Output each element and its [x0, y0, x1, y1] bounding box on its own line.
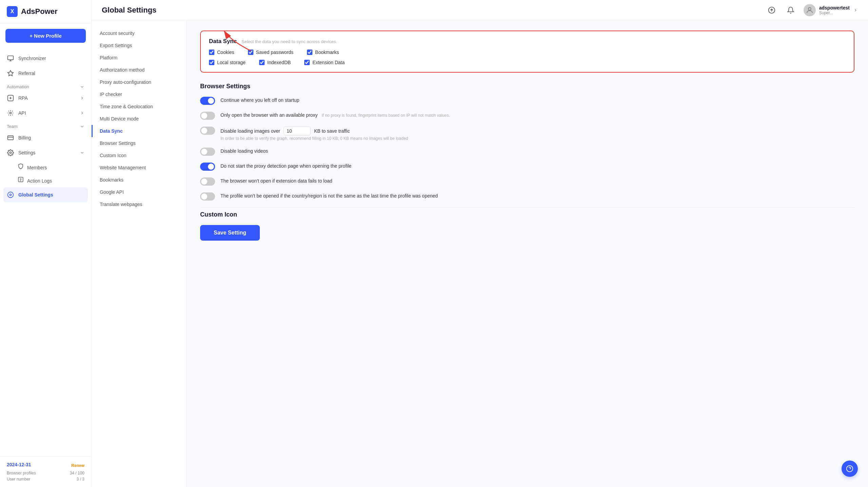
sidebar-item-api[interactable]: API	[0, 106, 91, 120]
sidebar-item-referral[interactable]: Referral	[0, 66, 91, 81]
toggle-disable-videos-switch[interactable]	[200, 148, 215, 156]
bookmarks-checkbox[interactable]	[307, 50, 312, 55]
user-info[interactable]: adspowertest Super...	[804, 4, 858, 16]
global-settings-icon	[7, 191, 14, 199]
proxy-only-note: If no proxy is found, fingerprint items …	[322, 113, 450, 118]
settings-nav-bookmarks[interactable]: Bookmarks	[92, 174, 186, 186]
automation-label: Automation	[7, 84, 29, 89]
bell-icon	[787, 6, 794, 14]
new-profile-button[interactable]: + New Profile	[5, 29, 86, 43]
settings-nav-platform[interactable]: Platform	[92, 52, 186, 64]
browser-profiles-label: Browser profiles	[7, 471, 36, 475]
checkbox-local-storage[interactable]: Local storage	[209, 60, 246, 65]
data-sync-title: Data Sync	[209, 38, 237, 44]
settings-nav-authorization-method[interactable]: Authorization method	[92, 64, 186, 76]
toggle-slider	[200, 192, 215, 201]
kb-input[interactable]	[284, 127, 311, 135]
settings-nav-browser-settings[interactable]: Browser Settings	[92, 137, 186, 149]
settings-nav-multi-device-mode[interactable]: Multi Device mode	[92, 113, 186, 125]
data-sync-subtitle: Select the data you need to sync across …	[242, 39, 337, 44]
settings-nav-time-zone-geolocation[interactable]: Time zone & Geolocation	[92, 100, 186, 113]
referral-label: Referral	[18, 71, 35, 76]
svg-point-11	[8, 192, 14, 198]
toggle-proxy-only: Only open the browser with an available …	[200, 112, 854, 120]
settings-nav-ip-checker[interactable]: IP checker	[92, 88, 186, 100]
team-chevron-icon	[80, 124, 84, 129]
toggle-disable-videos-label-wrap: Disable loading videos	[220, 148, 268, 155]
toggle-country-region-label-wrap: The profile won't be opened if the count…	[220, 192, 438, 200]
toggle-slider	[200, 163, 215, 171]
toggle-proxy-detection-switch[interactable]	[200, 163, 215, 171]
settings-nav-website-management[interactable]: Website Management	[92, 162, 186, 174]
toggle-proxy-detection: Do not start the proxy detection page wh…	[200, 163, 854, 171]
global-settings-label: Global Settings	[18, 192, 53, 198]
api-arrow-icon	[80, 111, 84, 115]
country-region-label: The profile won't be opened if the count…	[220, 192, 438, 200]
settings-nav-export-settings[interactable]: Export Settings	[92, 39, 186, 52]
settings-nav-proxy-auto-configuration[interactable]: Proxy auto-configuration	[92, 76, 186, 88]
svg-rect-4	[8, 136, 14, 140]
settings-nav-custom-icon[interactable]: Custom Icon	[92, 149, 186, 162]
sidebar-item-action-logs[interactable]: Action Logs	[0, 173, 91, 187]
local-storage-checkbox[interactable]	[209, 60, 214, 65]
user-number-label: User number	[7, 477, 30, 482]
settings-nav-translate-webpages[interactable]: Translate webpages	[92, 198, 186, 210]
extension-data-checkbox[interactable]	[304, 60, 310, 65]
checkbox-indexeddb[interactable]: IndexedDB	[259, 60, 291, 65]
toggle-proxy-only-switch[interactable]	[200, 112, 215, 120]
settings-nav-google-api[interactable]: Google API	[92, 186, 186, 198]
kb-row: Disable loading images over KB to save t…	[220, 127, 408, 135]
toggle-continue-startup-label-wrap: Continue where you left off on startup	[220, 97, 299, 104]
disable-images-note: In order to be able to verify the graph,…	[220, 136, 408, 141]
data-sync-box: Data Sync Select the data you need to sy…	[200, 31, 854, 73]
members-icon	[18, 163, 24, 170]
checkbox-cookies[interactable]: Cookies	[209, 50, 234, 55]
toggle-continue-startup: Continue where you left off on startup	[200, 97, 854, 105]
local-storage-label: Local storage	[217, 60, 246, 65]
upload-icon-button[interactable]	[766, 4, 778, 16]
proxy-only-label: Only open the browser with an available …	[220, 112, 450, 119]
cookies-checkbox[interactable]	[209, 50, 214, 55]
page-title: Global Settings	[102, 6, 156, 15]
synchronizer-label: Synchronizer	[18, 56, 46, 61]
sidebar-item-billing[interactable]: Billing	[0, 130, 91, 145]
bell-icon-button[interactable]	[785, 4, 797, 16]
save-setting-button[interactable]: Save Setting	[200, 225, 260, 241]
toggle-disable-images-switch[interactable]	[200, 127, 215, 135]
extension-data-label: Extension Data	[312, 60, 345, 65]
checkbox-extension-data[interactable]: Extension Data	[304, 60, 345, 65]
sidebar-item-rpa[interactable]: RPA	[0, 91, 91, 106]
svg-rect-0	[8, 56, 14, 60]
team-section: Team	[0, 120, 91, 130]
settings-nav-data-sync[interactable]: Data Sync	[92, 125, 186, 137]
support-button[interactable]	[842, 461, 858, 477]
toggle-slider	[200, 177, 215, 186]
avatar-icon	[806, 6, 814, 14]
rpa-label: RPA	[18, 95, 28, 101]
header-actions: adspowertest Super...	[766, 4, 858, 16]
saved-passwords-checkbox[interactable]	[248, 50, 253, 55]
sidebar-item-global-settings[interactable]: Global Settings	[3, 187, 88, 202]
settings-nav-account-security[interactable]: Account security	[92, 27, 186, 39]
checkbox-saved-passwords[interactable]: Saved passwords	[248, 50, 294, 55]
toggle-slider	[200, 148, 215, 156]
user-role: Super...	[819, 11, 850, 15]
indexeddb-checkbox[interactable]	[259, 60, 265, 65]
content-area: Account security Export Settings Platfor…	[92, 20, 868, 487]
settings-content: Data Sync Select the data you need to sy…	[187, 20, 868, 487]
renew-link[interactable]: Renew	[71, 463, 84, 468]
billing-label: Billing	[18, 135, 31, 141]
indexeddb-label: IndexedDB	[267, 60, 291, 65]
user-number-value: 3 / 3	[77, 477, 84, 482]
action-logs-icon	[18, 176, 24, 184]
sidebar-item-settings[interactable]: Settings	[0, 145, 91, 160]
sidebar-item-synchronizer[interactable]: Synchronizer	[0, 51, 91, 66]
toggle-extension-fail-switch[interactable]	[200, 177, 215, 186]
checkbox-bookmarks[interactable]: Bookmarks	[307, 50, 339, 55]
toggle-slider	[200, 127, 215, 135]
sidebar-item-members[interactable]: Members	[0, 160, 91, 173]
expiry-date: 2024-12-31	[7, 462, 31, 467]
toggle-country-region-switch[interactable]	[200, 192, 215, 201]
toggle-continue-startup-switch[interactable]	[200, 97, 215, 105]
svg-marker-1	[8, 71, 14, 76]
